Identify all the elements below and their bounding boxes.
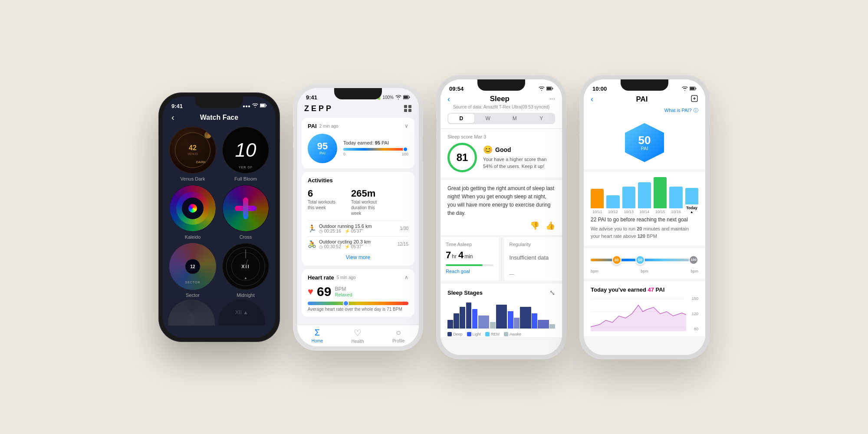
sleep-score-label: Sleep score Mar 3 [447,134,555,139]
watch-face-label-cross: Cross [240,234,252,240]
heart-chevron-icon[interactable]: ∧ [404,274,408,280]
pai-hex-unit: PAI [641,146,648,151]
tab-w[interactable]: W [475,114,501,123]
notch [334,88,382,99]
export-button[interactable] [690,95,698,104]
thumbs-up-icon[interactable]: 👍 [546,221,555,230]
notch [477,79,525,91]
workouts-label: Total workouts this week [308,199,342,210]
duration-label: Total workout duration this week [351,199,386,216]
pai-chart-svg [591,296,686,331]
pai-unit: PAI [319,151,326,155]
sleep-metrics-row: Time Asleep 7 hr 4 min Reach goal [441,237,562,281]
stages-chart [447,300,555,329]
tab-y[interactable]: Y [529,114,555,123]
back-button[interactable]: ‹ [171,112,174,122]
nav-home[interactable]: Σ Home [312,328,323,344]
thumbs-down-icon[interactable]: 👎 [530,221,539,230]
sleep-score-section: Sleep score Mar 3 81 😊 Good Your have [441,129,562,178]
watch-face-label-kaleido: Kaleido [185,234,201,240]
watch-face-item-midnight[interactable]: XII ▲ Midnight [221,243,270,298]
watch-face-item-bloom[interactable]: 10 YER OF Full Bloom [221,127,270,181]
pai-slider-section: 30 50 100 bpm bpm bpm [584,248,705,279]
nav-profile[interactable]: ○ Profile [392,328,404,344]
regularity-cta: — [510,271,557,276]
pai-line-chart: 150 120 80 [591,296,698,331]
pai-bar-1016: 10/16 [669,177,682,214]
heart-rate-title: Heart rate [308,274,334,281]
signal-icon: ●●● [243,104,250,108]
info-icon: ⓘ [694,108,698,113]
expand-icon[interactable]: ⤡ [549,289,555,297]
heart-avg-text: Average heart rate over the whole day is… [308,307,408,312]
pai-hex-value: 50 [638,135,651,146]
battery-icon [403,95,410,99]
sleep-stages-section: Sleep Stages ⤡ [441,283,562,337]
pai-hex-section: 50 PAI [584,118,705,169]
view-more-button[interactable]: View more [308,252,408,260]
phone-zepp-home: 9:41 🔋 100% ZΕPP [293,84,423,351]
watch-face-item-sector[interactable]: 12 SECTOR Sector [168,243,217,298]
svg-rect-2 [266,105,267,106]
grid-icon[interactable] [404,105,412,112]
nav-profile-label: Profile [392,339,404,343]
watch-face-item-kaleido[interactable]: Kaleido [168,185,217,240]
battery-icon [260,103,267,108]
zepp-logo-bar: ZΕPP [297,102,419,118]
sleep-message-text: Great job getting the right amount of sl… [447,184,555,218]
activities-title: Activities [308,177,408,184]
sleep-score-desc: Your have a higher score than 54% of the… [483,156,555,170]
heart-status: Relaxed [335,292,352,297]
status-time: 09:54 [449,85,464,92]
duration-value: 265m [351,188,386,199]
regularity-value: Insufficient data [510,254,557,262]
sleep-title: Sleep [450,95,549,103]
sleep-rating: Good [495,146,511,153]
battery-icon [690,86,697,91]
activities-card: Activities 6 Total workouts this week 26… [302,172,414,266]
duration-stat: 265m Total workout duration this week [351,188,386,216]
bar-max: 100 [402,152,408,156]
pai-bar-today: Today ▲ [685,177,698,214]
slider-thumb-end[interactable]: 100 [689,255,698,265]
status-time: 9:41 [171,103,183,109]
activity-row-running[interactable]: 🏃 Outdoor running 15.6 km ◷ 00:25:16 ⚡ 0… [308,220,408,236]
watch-face-item-venus[interactable]: 42 VENUS DARK Venus Dark [168,127,217,181]
tab-m[interactable]: M [502,114,528,123]
pai-detail-title: PAI [593,95,690,104]
pai-value: 95 [317,141,328,151]
slider-thumb-blue[interactable]: 50 [635,255,645,265]
time-asleep-title: Time Asleep [446,242,493,247]
heart-icon: ♥ [308,286,313,297]
pai-title: PAI [308,123,317,129]
reach-goal-link[interactable]: Reach goal [446,269,493,274]
sleep-source: Source of data: Amazfit T-Rex Ultra(09:5… [447,105,555,109]
side-button [293,147,293,171]
pai-time: 2 min ago [319,124,339,128]
what-is-pai-link[interactable]: What is PAI? [664,108,692,113]
side-button-left-top [158,136,159,151]
activity-row-cycling[interactable]: 🚴 Outdoor cycling 20.3 km ◷ 00:30:52 ⚡ 0… [308,236,408,252]
running-icon: 🏃 [308,224,316,233]
sleep-header: ‹ Sleep ··· Source of data: Amazfit T-Re… [441,93,562,129]
pai-bar-1014: 10/14 [638,177,651,214]
time-asleep-hours: 7 [446,250,451,261]
chevron-down-icon[interactable]: ∨ [404,123,408,129]
slider-thumb-orange[interactable]: 30 [612,255,621,265]
pai-detail-header: ‹ PAI What is PAI? ⓘ [584,93,705,118]
sleep-emoji: 😊 [483,145,493,155]
cycling-progress: 12/15 [398,242,408,247]
more-button[interactable]: ··· [549,95,555,103]
regularity-card: Regularity Insufficient data — [504,237,562,281]
wifi-icon [395,95,401,99]
side-button [579,118,580,134]
workouts-stat: 6 Total workouts this week [308,188,342,216]
tab-d[interactable]: D [448,114,474,123]
nav-health[interactable]: ♡ Health [352,328,364,344]
sleep-stages-title: Sleep Stages [447,289,483,296]
watch-face-item-cross[interactable]: Cross [221,185,270,240]
side-button-left-mid [158,155,159,179]
svg-rect-7 [547,87,551,90]
running-progress: 1/30 [400,226,408,231]
pai-bar-1013: 10/13 [622,177,635,214]
